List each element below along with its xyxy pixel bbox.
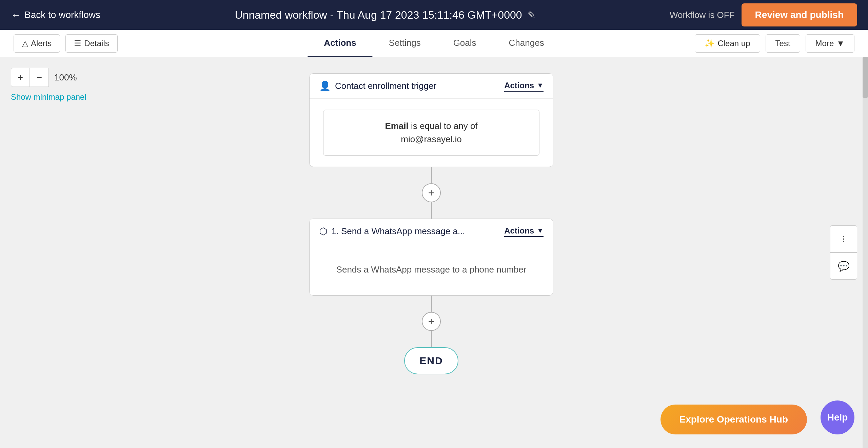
more-button[interactable]: More ▼ (806, 34, 854, 53)
whatsapp-node-body: Sends a WhatsApp message to a phone numb… (310, 244, 553, 295)
zoom-controls: + − 100% (11, 68, 77, 87)
whatsapp-node-description: Sends a WhatsApp message to a phone numb… (323, 255, 539, 284)
connector-line-2 (431, 296, 432, 312)
tab-actions[interactable]: Actions (308, 30, 372, 57)
workflow-title-text: Unnamed workflow - Thu Aug 17 2023 15:11… (235, 9, 522, 21)
trigger-actions-chevron-icon: ▼ (537, 81, 544, 89)
connector-1: + (422, 167, 441, 219)
minimap-toggle[interactable]: Show minimap panel (11, 92, 86, 102)
cleanup-button[interactable]: ✨ Clean up (695, 34, 760, 53)
back-arrow-icon: ← (11, 9, 21, 21)
back-label: Back to workflows (24, 10, 100, 20)
edit-title-icon[interactable]: ✎ (528, 10, 535, 21)
help-button[interactable]: Help (821, 400, 854, 434)
more-chevron-icon: ▼ (836, 39, 845, 48)
contact-icon: 👤 (319, 80, 331, 92)
connector-2: + (422, 296, 441, 347)
zoom-level: 100% (54, 72, 77, 83)
secondary-nav: △ Alerts ☰ Details Actions Settings Goal… (0, 30, 868, 57)
whatsapp-node-title-area: ⬡ 1. Send a WhatsApp message a... (319, 226, 465, 237)
trigger-actions-button[interactable]: Actions ▼ (504, 81, 544, 92)
nav-left-buttons: △ Alerts ☰ Details (14, 34, 118, 53)
condition-value: mio@rasayel.io (401, 134, 462, 144)
details-icon: ☰ (74, 39, 81, 48)
chat-icon[interactable]: 💬 (830, 253, 857, 280)
tab-changes[interactable]: Changes (493, 30, 560, 57)
connector-line-1 (431, 167, 432, 183)
top-bar: ← Back to workflows Unnamed workflow - T… (0, 0, 868, 30)
tab-goals[interactable]: Goals (437, 30, 493, 57)
condition-field-label: Email (385, 121, 408, 131)
top-right-actions: Workflow is OFF Review and publish (670, 3, 857, 26)
trigger-node-title-area: 👤 Contact enrollment trigger (319, 80, 436, 92)
trigger-node-header: 👤 Contact enrollment trigger Actions ▼ (310, 74, 553, 99)
zoom-out-button[interactable]: − (30, 68, 49, 87)
whatsapp-icon: ⬡ (319, 226, 327, 237)
workflow-canvas: + − 100% Show minimap panel ⁝ 💬 👤 Contac… (0, 57, 868, 448)
whatsapp-node: ⬡ 1. Send a WhatsApp message a... Action… (309, 219, 553, 296)
end-node: END (404, 347, 458, 374)
scrollbar-thumb[interactable] (863, 57, 868, 98)
trigger-node: 👤 Contact enrollment trigger Actions ▼ E… (309, 73, 553, 167)
connector-line-2b (431, 331, 432, 347)
nav-tabs: Actions Settings Goals Changes (308, 30, 560, 57)
add-step-button-1[interactable]: + (422, 183, 441, 202)
workflow-nodes: 👤 Contact enrollment trigger Actions ▼ E… (0, 57, 863, 448)
condition-operator-label: is equal to any of (409, 121, 478, 131)
trigger-condition-box: Email is equal to any of mio@rasayel.io (323, 110, 539, 156)
connector-line-1b (431, 202, 432, 219)
details-button[interactable]: ☰ Details (65, 34, 117, 53)
whatsapp-actions-button[interactable]: Actions ▼ (504, 226, 544, 237)
nav-right-buttons: ✨ Clean up Test More ▼ (695, 34, 854, 53)
whatsapp-node-title: 1. Send a WhatsApp message a... (331, 226, 465, 237)
scrollbar[interactable] (863, 57, 868, 448)
right-panel: ⁝ 💬 (830, 225, 857, 280)
whatsapp-node-header: ⬡ 1. Send a WhatsApp message a... Action… (310, 219, 553, 244)
review-publish-button[interactable]: Review and publish (742, 3, 857, 26)
back-to-workflows-button[interactable]: ← Back to workflows (11, 9, 100, 21)
alert-icon: △ (22, 39, 28, 48)
add-step-button-2[interactable]: + (422, 312, 441, 331)
trigger-node-body: Email is equal to any of mio@rasayel.io (310, 99, 553, 167)
zoom-in-button[interactable]: + (11, 68, 30, 87)
alerts-button[interactable]: △ Alerts (14, 34, 60, 53)
explore-hub-button[interactable]: Explore Operations Hub (660, 405, 807, 434)
end-node-label: END (419, 355, 443, 367)
test-button[interactable]: Test (766, 34, 800, 53)
cleanup-icon: ✨ (705, 39, 715, 48)
tab-settings[interactable]: Settings (373, 30, 437, 57)
trigger-node-title: Contact enrollment trigger (335, 81, 436, 91)
workflow-title-area: Unnamed workflow - Thu Aug 17 2023 15:11… (100, 9, 670, 21)
grid-icon[interactable]: ⁝ (830, 225, 857, 253)
whatsapp-actions-chevron-icon: ▼ (537, 227, 544, 235)
workflow-status: Workflow is OFF (670, 10, 735, 20)
